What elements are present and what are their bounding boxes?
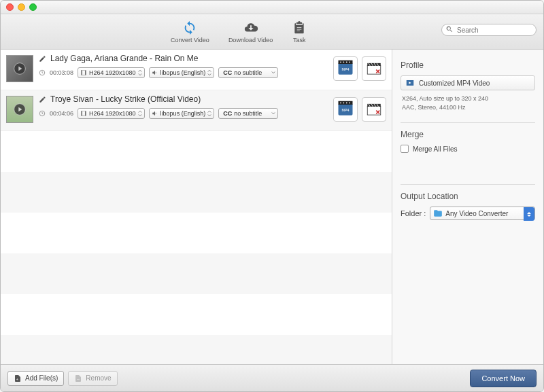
video-title: Troye Sivan - Lucky Strike (Official Vid… <box>50 94 201 104</box>
mp4-icon: MP4 <box>336 59 355 78</box>
format-select[interactable]: H264 1920x1080 <box>78 108 145 119</box>
output-location-heading: Output Location <box>401 192 535 201</box>
svg-rect-17 <box>82 111 82 116</box>
video-duration: 00:03:08 <box>50 69 73 76</box>
mp4-icon: MP4 <box>336 100 355 119</box>
search-icon <box>445 25 454 33</box>
clapper-icon <box>365 60 383 77</box>
format-select[interactable]: H264 1920x1080 <box>78 67 145 78</box>
window-maximize-button[interactable] <box>29 3 37 11</box>
subtitle-select[interactable]: CC no subtitle <box>218 67 278 78</box>
video-duration: 00:04:06 <box>50 110 73 117</box>
svg-point-24 <box>349 103 350 104</box>
video-item[interactable]: Troye Sivan - Lucky Strike (Official Vid… <box>1 90 392 131</box>
stepper-icon <box>137 69 143 77</box>
edit-video-button[interactable] <box>362 56 386 81</box>
speaker-icon <box>152 69 158 76</box>
stepper-icon <box>524 207 534 221</box>
download-video-button[interactable]: Download Video <box>228 20 273 43</box>
subtitle-select[interactable]: CC no subtitle <box>218 108 278 119</box>
video-file-icon <box>405 78 415 88</box>
clock-icon <box>39 110 46 117</box>
merge-heading: Merge <box>401 130 535 139</box>
stepper-icon <box>207 69 212 77</box>
profile-heading: Profile <box>401 60 535 70</box>
cloud-download-icon <box>243 20 258 35</box>
svg-point-10 <box>349 62 350 63</box>
task-label: Task <box>293 37 306 43</box>
video-list: Lady Gaga, Ariana Grande - Rain On Me 00… <box>1 50 392 364</box>
svg-point-21 <box>340 103 341 104</box>
svg-text:MP4: MP4 <box>342 108 350 112</box>
folder-icon <box>433 209 443 218</box>
pencil-icon[interactable] <box>39 96 46 103</box>
convert-video-button[interactable]: Convert Video <box>171 20 209 43</box>
task-button[interactable]: Task <box>292 20 307 43</box>
svg-text:MP4: MP4 <box>342 67 350 71</box>
stepper-icon <box>207 109 212 118</box>
svg-point-8 <box>343 62 345 63</box>
stepper-icon <box>137 109 143 118</box>
toolbar: Convert Video Download Video Task <box>1 14 543 50</box>
convert-now-button[interactable]: Convert Now <box>470 370 537 387</box>
window-close-button[interactable] <box>6 3 14 11</box>
chevron-down-icon <box>271 109 276 118</box>
audio-select[interactable]: libopus (English) <box>149 108 215 119</box>
svg-rect-3 <box>82 71 82 75</box>
output-folder-label: Folder : <box>401 209 426 217</box>
remove-file-icon <box>74 374 82 382</box>
speaker-icon <box>152 110 158 117</box>
profile-select[interactable]: Customized MP4 Video <box>401 75 535 90</box>
video-thumbnail[interactable] <box>6 55 33 82</box>
svg-point-23 <box>346 103 347 104</box>
edit-video-button[interactable] <box>362 97 386 122</box>
clipboard-icon <box>292 20 307 35</box>
film-icon <box>80 69 87 76</box>
window-minimize-button[interactable] <box>18 3 25 11</box>
svg-point-9 <box>346 62 347 63</box>
add-file-icon <box>14 374 22 382</box>
video-title: Lady Gaga, Ariana Grande - Rain On Me <box>50 54 198 63</box>
film-icon <box>80 110 87 117</box>
audio-select[interactable]: libopus (English) <box>149 67 215 78</box>
video-thumbnail[interactable] <box>6 96 33 123</box>
sidebar: Profile Customized MP4 Video X264, Auto … <box>392 50 543 364</box>
output-format-button[interactable]: MP4 <box>333 56 358 81</box>
output-format-button[interactable]: MP4 <box>333 97 358 122</box>
chevron-down-icon <box>271 69 276 77</box>
svg-rect-4 <box>85 71 86 75</box>
search-input[interactable] <box>441 24 537 36</box>
profile-detail: X264, Auto size up to 320 x 240 AAC, Ste… <box>401 90 535 118</box>
footer: Add File(s) Remove Convert Now <box>1 364 543 391</box>
play-icon <box>13 103 27 116</box>
play-icon <box>13 62 27 75</box>
svg-point-7 <box>340 62 341 63</box>
clapper-icon <box>365 101 383 118</box>
merge-all-checkbox[interactable] <box>401 145 409 153</box>
output-folder-select[interactable]: Any Video Converter <box>430 207 535 220</box>
svg-point-22 <box>343 103 345 104</box>
convert-video-label: Convert Video <box>171 37 209 43</box>
video-item[interactable]: Lady Gaga, Ariana Grande - Rain On Me 00… <box>1 50 392 90</box>
titlebar <box>1 1 543 14</box>
svg-rect-18 <box>85 111 86 116</box>
add-files-button[interactable]: Add File(s) <box>7 371 64 386</box>
download-video-label: Download Video <box>228 37 273 43</box>
pencil-icon[interactable] <box>39 55 46 63</box>
remove-button[interactable]: Remove <box>68 371 117 386</box>
merge-all-label: Merge All Files <box>413 145 458 153</box>
clock-icon <box>39 69 46 76</box>
refresh-icon <box>182 20 197 35</box>
